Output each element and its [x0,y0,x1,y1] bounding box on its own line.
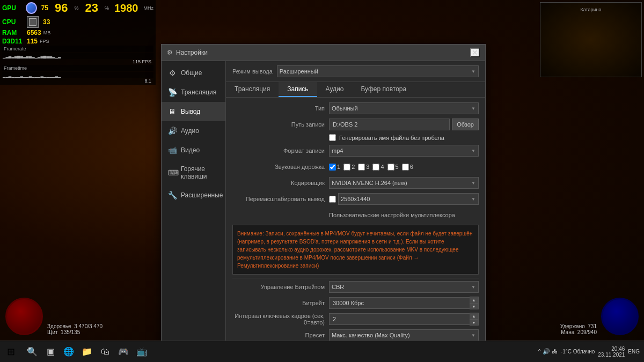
format-row: Формат записи mp4 [232,144,479,157]
output-mode-select-wrapper: Расширенный [277,65,479,77]
weather-display: -1°C Облачно [561,349,595,354]
shield-label: Щит 135/135 [47,329,103,335]
bitrate-input[interactable] [329,297,470,309]
nav-item-audio[interactable]: 🔊 Аудио [162,121,225,141]
nav-item-output[interactable]: 🖥 Вывод [162,102,225,121]
nav-item-video[interactable]: 📹 Видео [162,141,225,160]
taskbar-explorer-icon[interactable]: 📁 [78,343,96,360]
health-label: Здоровье 3 470/3 470 [47,323,103,329]
path-input[interactable]: D:/OBS 2 [329,119,450,130]
rescale-select[interactable]: 2560x1440 [338,193,479,205]
custom-mux-label: Пользовательские настройки мультиплексор… [329,212,479,218]
track-1: 1 [329,164,340,171]
type-select-wrapper: Обычный [329,102,479,114]
close-button[interactable]: ✕ [470,48,480,57]
track-3: 3 [358,164,369,171]
rescale-checkbox[interactable] [329,196,336,203]
mana-label: Мана 209/940 [560,329,597,335]
encoder-control: NVIDIA NVENC H.264 (new) [329,177,479,189]
keyframe-up-button[interactable]: ▲ [470,313,478,319]
track-4-checkbox[interactable] [372,164,379,171]
track-checkboxes: 1 2 3 4 [329,164,479,171]
rescale-row: Перемасштабировать вывод 2560x1440 [232,193,479,205]
browse-button[interactable]: Обзор [452,119,479,130]
track-6-checkbox[interactable] [402,164,409,171]
keyframe-spin-buttons: ▲ ▼ [470,313,479,326]
format-select[interactable]: mp4 [329,145,479,157]
rescale-label: Перемасштабировать вывод [232,196,329,202]
output-mode-label: Режим вывода [232,68,273,75]
encoder-label: Кодировщик [232,180,329,186]
taskbar-search-icon[interactable]: 🔍 [24,343,41,360]
start-button[interactable]: ⊞ [0,341,21,363]
nav-item-hotkeys[interactable]: ⌨ Горячие клавиши [162,160,225,186]
track-4: 4 [372,164,384,171]
bitrate-ctrl-select[interactable]: CBR [329,281,479,293]
bitrate-ctrl-label: Управление Битрейтом [232,284,329,290]
minimap-location: Катарина [580,7,601,12]
encoder-row: Кодировщик NVIDIA NVENC H.264 (new) [232,176,479,189]
taskbar-store-icon[interactable]: 🛍 [97,343,114,360]
type-select[interactable]: Обычный [329,102,479,114]
taskbar-edge-icon[interactable]: 🌐 [60,343,77,360]
player-stats-left: Здоровье 3 470/3 470 Щит 135/135 [47,323,103,335]
lang-label: ENG [628,349,640,354]
bitrate-down-button[interactable]: ▼ [470,303,478,309]
nav-label-general: Общие [181,69,202,77]
keyframe-down-button[interactable]: ▼ [470,319,478,325]
mana-orb [601,298,639,335]
no-space-checkbox[interactable] [329,134,336,141]
player-stats-right: Удержано 731 Мана 209/940 [560,323,597,335]
nav-item-broadcast[interactable]: 📡 Трансляция [162,83,225,102]
bitrate-label: Битрейт [232,300,329,306]
dialog-titlebar: ⚙ Настройки ✕ [162,45,485,61]
track-2-checkbox[interactable] [343,164,350,171]
nav-label-hotkeys: Горячие клавиши [181,165,219,180]
section-divider [232,278,479,278]
preset-control: Макс. качество (Max Quality) [329,329,479,341]
track-1-checkbox[interactable] [329,164,336,171]
output-mode-bar: Режим вывода Расширенный [226,61,485,82]
preset-select[interactable]: Макс. качество (Max Quality) [329,329,479,341]
keyframe-control: ▲ ▼ [329,313,479,326]
dialog-title-text: Настройки [176,49,208,56]
track-3-checkbox[interactable] [358,164,365,171]
advanced-icon: 🔧 [168,191,177,200]
settings-content: Режим вывода Расширенный Трансляция Запи… [226,61,485,362]
nav-label-audio: Аудио [181,127,199,135]
tab-replay-buffer[interactable]: Буфер повтора [352,82,415,97]
minimap: Катарина [540,2,642,77]
tab-audio[interactable]: Аудио [317,82,353,97]
encoder-select[interactable]: NVIDIA NVENC H.264 (new) [329,177,479,189]
track-6: 6 [402,164,413,171]
path-label: Путь записи [232,121,329,128]
warning-box: Внимание: Записи, сохранённые в MP4/MOV … [232,225,479,275]
tab-record[interactable]: Запись [279,82,317,97]
taskbar-steam-icon[interactable]: 🎮 [115,343,132,360]
output-mode-select[interactable]: Расширенный [277,65,479,77]
type-label: Тип [232,105,329,112]
clock: 20:46 23.11.2021 [598,346,625,358]
bitrate-row: Битрейт ▲ ▼ [232,297,479,309]
bitrate-up-button[interactable]: ▲ [470,297,478,303]
track-5-checkbox[interactable] [387,164,394,171]
preset-select-wrapper: Макс. качество (Max Quality) [329,329,479,341]
tab-broadcast[interactable]: Трансляция [226,82,279,97]
keyframe-spinbox: ▲ ▼ [329,313,479,326]
left-hud-bottom: Здоровье 3 470/3 470 Щит 135/135 [5,298,103,335]
health-orb [5,298,43,335]
track-5: 5 [387,164,399,171]
nav-label-video: Видео [181,146,200,154]
dialog-title-area: ⚙ Настройки [167,49,208,56]
type-control: Обычный [329,102,479,114]
nav-item-general[interactable]: ⚙ Общие [162,63,225,83]
keyframe-input[interactable] [329,313,470,325]
nav-item-advanced[interactable]: 🔧 Расширенные [162,186,225,205]
track-2: 2 [343,164,355,171]
keyframe-row: Интервал ключевых кадров (сек, 0=авто) ▲… [232,313,479,326]
taskbar-misc-icon[interactable]: 📺 [133,343,150,360]
video-icon: 📹 [168,146,177,154]
warning-text: Внимание: Записи, сохранённые в MP4/MOV … [237,230,474,270]
taskbar-taskview-icon[interactable]: ▣ [42,343,59,360]
audio-tracks-row: Звуковая дорожка 1 2 3 [232,160,479,173]
